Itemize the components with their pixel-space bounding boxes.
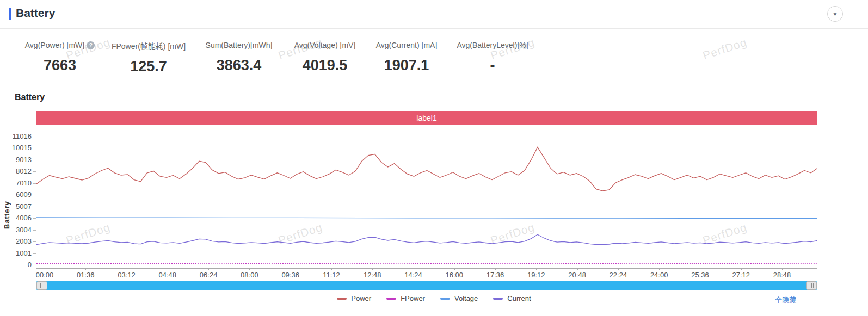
page-title: Battery: [16, 7, 55, 20]
x-tick-label: 12:48: [357, 271, 387, 280]
legend-item-fpower[interactable]: FPower: [386, 294, 425, 302]
stat-item: Avg(Power) [mW]?7663: [16, 40, 103, 75]
series-line-power: [36, 147, 817, 191]
x-tick-mark: [741, 268, 742, 270]
stat-label-text: Avg(Current) [mA]: [376, 41, 438, 49]
y-tick-label: 0: [3, 261, 32, 269]
stat-value: 4019.5: [284, 57, 366, 74]
chart-plot-area: [36, 133, 817, 268]
stat-item: Avg(BatteryLevel)[%]-: [447, 40, 538, 75]
chevron-down-icon: ▼: [833, 11, 838, 16]
chart-label-banner: label1: [36, 111, 817, 125]
legend-label: FPower: [401, 294, 425, 302]
x-tick-label: 09:36: [275, 271, 306, 280]
x-tick-mark: [618, 268, 619, 270]
x-tick-mark: [577, 268, 578, 270]
stat-label: Avg(Power) [mW]?: [25, 41, 95, 49]
stat-value: 3863.4: [194, 57, 284, 74]
x-tick-label: 11:12: [316, 271, 347, 280]
chart-section-title: Battery: [15, 92, 45, 102]
stat-label: Sum(Battery)[mWh]: [206, 41, 273, 49]
x-tick-label: 27:12: [726, 271, 756, 280]
collapse-panel-button[interactable]: ▼: [827, 6, 843, 22]
legend-marker-icon: [337, 298, 347, 300]
stat-label-text: Avg(BatteryLevel)[%]: [457, 41, 528, 49]
stat-item: FPower(帧能耗) [mW]125.7: [103, 40, 194, 75]
x-tick-label: 25:36: [685, 271, 715, 280]
scrollbar-left-handle[interactable]: [36, 281, 47, 290]
x-tick-mark: [168, 268, 168, 270]
x-tick-label: 22:24: [603, 271, 633, 280]
chart-zoom-scrollbar[interactable]: [36, 281, 817, 290]
legend-item-voltage[interactable]: Voltage: [440, 294, 478, 302]
x-tick-label: 16:00: [439, 271, 470, 280]
legend-marker-icon: [386, 298, 396, 300]
legend-item-power[interactable]: Power: [337, 294, 371, 302]
x-tick-label: 24:00: [644, 271, 674, 280]
x-tick-label: 14:24: [398, 271, 429, 280]
x-tick-label: 06:24: [193, 271, 224, 280]
stat-value: 7663: [16, 57, 103, 74]
chart-legend: PowerFPowerVoltageCurrent: [0, 294, 868, 302]
y-tick-label: 2003: [3, 237, 32, 246]
legend-item-current[interactable]: Current: [493, 294, 531, 302]
y-tick-label: 8012: [3, 167, 32, 176]
series-line-fpower: [36, 263, 817, 264]
legend-label: Power: [351, 294, 371, 302]
stat-label-text: Avg(Power) [mW]: [25, 41, 84, 49]
stat-label-text: Sum(Battery)[mWh]: [206, 41, 273, 49]
x-tick-label: 17:36: [480, 271, 510, 280]
x-tick-mark: [331, 268, 332, 270]
x-tick-label: 04:48: [152, 271, 183, 280]
x-tick-label: 20:48: [562, 271, 593, 280]
x-tick-mark: [208, 268, 209, 270]
x-tick-mark: [700, 268, 700, 270]
legend-marker-icon: [440, 298, 450, 300]
banner-label: label1: [416, 114, 436, 122]
x-tick-mark: [536, 268, 537, 270]
x-tick-mark: [659, 268, 660, 270]
perfdog-watermark: PerfDog: [701, 36, 748, 63]
x-tick-label: 19:12: [521, 271, 551, 280]
stat-label: Avg(BatteryLevel)[%]: [457, 41, 528, 49]
legend-marker-icon: [493, 298, 503, 300]
x-tick-mark: [454, 268, 455, 270]
y-tick-label: 4006: [3, 214, 32, 222]
help-icon[interactable]: ?: [87, 41, 95, 49]
stat-label: Avg(Current) [mA]: [376, 41, 438, 49]
y-tick-label: 10015: [3, 144, 32, 152]
x-tick-label: 01:36: [70, 271, 101, 280]
y-tick-label: 11016: [3, 132, 32, 141]
y-tick-label: 7010: [3, 179, 32, 188]
x-tick-mark: [249, 268, 250, 270]
stat-label-text: FPower(帧能耗) [mW]: [112, 40, 186, 51]
x-tick-mark: [85, 268, 86, 270]
legend-label: Current: [507, 294, 531, 302]
series-line-current: [36, 234, 817, 244]
x-tick-mark: [414, 268, 414, 270]
x-tick-mark: [45, 268, 45, 270]
x-tick-mark: [127, 268, 127, 270]
y-tick-label: 5007: [3, 202, 32, 211]
x-tick-mark: [782, 268, 783, 270]
stat-label-text: Avg(Voltage) [mV]: [294, 41, 356, 49]
x-tick-mark: [291, 268, 291, 270]
series-line-voltage: [36, 218, 817, 219]
x-tick-label: 08:00: [234, 271, 264, 280]
y-tick-label: 1001: [3, 249, 32, 258]
x-tick-label: 28:48: [767, 271, 797, 280]
legend-label: Voltage: [454, 294, 478, 302]
stat-value: -: [447, 57, 538, 74]
scrollbar-right-handle[interactable]: [806, 281, 817, 290]
stat-item: Sum(Battery)[mWh]3863.4: [194, 40, 284, 75]
x-tick-label: 00:00: [29, 271, 60, 280]
stat-item: Avg(Voltage) [mV]4019.5: [284, 40, 366, 75]
stat-item: Avg(Current) [mA]1907.1: [366, 40, 447, 75]
stat-label: FPower(帧能耗) [mW]: [112, 40, 186, 51]
stats-row: Avg(Power) [mW]?7663FPower(帧能耗) [mW]125.…: [16, 40, 538, 75]
y-tick-label: 6009: [3, 190, 32, 199]
stat-value: 125.7: [103, 58, 194, 75]
x-tick-mark: [495, 268, 496, 270]
hide-all-link[interactable]: 全隐藏: [775, 294, 796, 305]
x-tick-label: 03:12: [112, 271, 142, 280]
